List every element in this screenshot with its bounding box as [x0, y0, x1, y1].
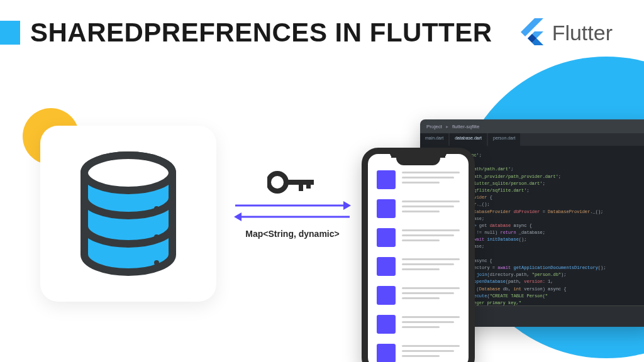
arrow-right: [233, 200, 352, 211]
list-item: [377, 315, 460, 334]
flutter-logo-label: Flutter: [552, 21, 613, 45]
flutter-logo-icon: [521, 18, 545, 47]
list-item: [377, 170, 460, 189]
page-title: SHAREDPREFRENCES IN FLUTTER: [30, 18, 492, 48]
ide-project-label: Project: [426, 124, 442, 129]
svg-point-3: [154, 234, 159, 239]
key-icon: [267, 170, 318, 195]
svg-rect-7: [299, 180, 303, 191]
list-item: [377, 344, 460, 362]
arrow-left: [233, 211, 352, 222]
map-type-label: Map<String, dynamic>: [233, 229, 352, 239]
list-item: [377, 228, 460, 247]
svg-rect-8: [306, 180, 311, 189]
phone-screen: [368, 154, 469, 362]
ide-tab: person.dart: [488, 133, 520, 146]
ide-tab: database.dart: [450, 133, 487, 146]
list-item: [377, 286, 460, 305]
svg-point-5: [269, 173, 286, 191]
phone-notch: [396, 153, 440, 165]
phone-mockup: [362, 148, 475, 362]
title-wrap: SHAREDPREFRENCES IN FLUTTER: [0, 18, 492, 48]
list-item: [377, 199, 460, 218]
svg-point-2: [154, 206, 159, 211]
header: SHAREDPREFRENCES IN FLUTTER Flutter: [0, 0, 644, 48]
database-card: [40, 126, 216, 302]
key-arrow-zone: Map<String, dynamic>: [233, 170, 352, 239]
database-icon: [75, 151, 182, 277]
ide-breadcrumb: flutter-sqflite: [452, 124, 480, 129]
title-accent-bar: [0, 21, 20, 45]
ide-tabs: main.dart database.dart person.dart: [420, 133, 644, 146]
list-item: [377, 257, 460, 276]
ide-title-bar: Project ▸ flutter-sqflite: [420, 119, 644, 133]
ide-tab: main.dart: [420, 133, 448, 146]
svg-point-1: [84, 155, 172, 190]
svg-point-4: [154, 260, 159, 265]
flutter-logo-wrap: Flutter: [521, 18, 613, 47]
